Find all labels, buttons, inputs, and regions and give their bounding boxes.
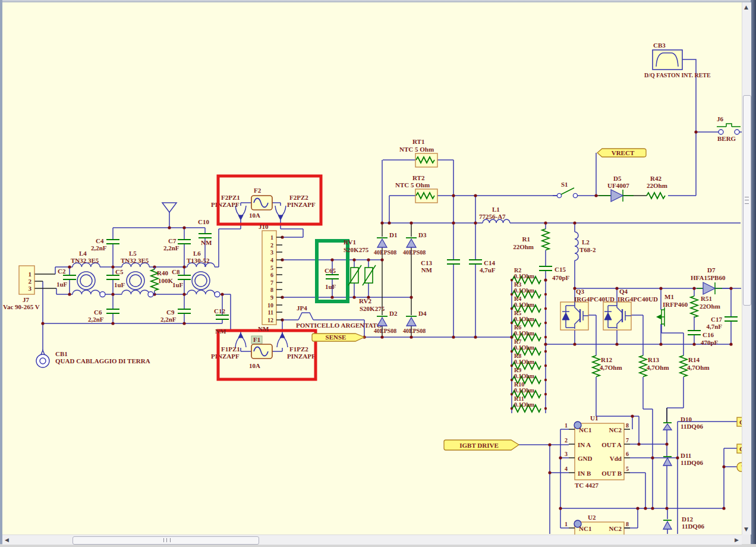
window-top-edge	[0, 0, 756, 2]
part-val: 2,2nF	[163, 244, 179, 252]
pin-number: 7	[626, 437, 629, 444]
part-val: TC 4427	[575, 482, 599, 489]
part-ref: C6	[94, 309, 102, 316]
part-val: NTC 5 Ohm	[395, 181, 430, 188]
part-ref: R42	[650, 175, 662, 182]
pin-label: OUT B	[601, 470, 622, 477]
scroll-thumb-grip-icon	[163, 538, 171, 542]
schematic-viewer-window: CB3 D/Q FASTON INT. RETE J6 BERG VRECT S…	[0, 0, 756, 547]
component-u1: U1 NC1 IN A GND IN B NC2 OUT A Vdd OUT B…	[565, 414, 630, 489]
part-ref: L4	[79, 250, 87, 257]
part-ref: U1	[590, 414, 598, 422]
pin-number: 12	[267, 317, 273, 323]
part-val: 0.1Ohm	[514, 287, 535, 294]
part-ref: D5	[613, 175, 622, 182]
part-val: 2,2nF	[91, 244, 107, 252]
part-ref: D2	[389, 310, 398, 317]
part-val: 0.1Ohm	[514, 373, 535, 379]
pin-label: NC2	[609, 426, 622, 433]
schematic-canvas[interactable]: CB3 D/Q FASTON INT. RETE J6 BERG VRECT S…	[0, 0, 756, 547]
net-flag-vrect: VRECT	[597, 149, 646, 157]
part-ref: S1	[561, 181, 568, 188]
part-ref: D4	[418, 310, 427, 317]
part-ref: Q3	[576, 288, 585, 295]
part-val: TN32 3E5	[121, 257, 149, 264]
part-val: 0.1Ohm	[514, 330, 535, 337]
horizontal-scrollbar-thumb[interactable]	[73, 536, 259, 545]
part-val: PINZAPF	[211, 353, 240, 360]
part-val: 0.1Ohm	[514, 273, 535, 279]
part-ref: R14	[688, 356, 700, 363]
horizontal-scrollbar[interactable]: ◀ ▶	[2, 535, 742, 545]
part-ref: R12	[601, 356, 612, 363]
part-desc: QUAD CABLAGGIO DI TERRA	[55, 357, 150, 364]
part-val: 40EPS08	[403, 328, 426, 334]
scroll-up-arrow-icon[interactable]: ▲	[744, 4, 748, 10]
part-ref: C17	[711, 316, 722, 323]
part-val: 0.1Ohm	[514, 301, 535, 308]
part-val: TN32 3E5	[71, 257, 99, 264]
vertical-scrollbar-thumb[interactable]	[743, 95, 751, 306]
window-left-edge	[0, 0, 2, 547]
pin-number: 2	[565, 437, 568, 444]
part-val: BERG	[717, 135, 736, 142]
part-val: 1uF	[172, 281, 184, 288]
pin-number: 3	[29, 285, 32, 292]
part-val: UF4007	[607, 182, 629, 189]
part-val: 4,7uF	[480, 266, 496, 274]
part-val: 1uF	[56, 281, 68, 288]
pin-label: NC1	[579, 426, 591, 433]
part-ref: C16	[703, 331, 714, 338]
part-val: NTC 5 Ohm	[399, 146, 434, 153]
part-ref: J10	[259, 223, 269, 230]
scroll-left-arrow-icon[interactable]: ◀	[5, 537, 9, 543]
pin-number: 11	[268, 309, 273, 316]
pin-number: 5	[626, 466, 629, 472]
part-ref: L2	[582, 238, 590, 246]
vertical-scrollbar[interactable]: ▲ ▼	[742, 2, 751, 535]
part-val: 4,7nF	[706, 323, 722, 330]
part-ref: C4	[96, 237, 104, 244]
pin-number: 1	[565, 422, 568, 429]
part-val: 4,7Ohm	[687, 364, 710, 371]
part-val: 4,7Ohm	[647, 364, 669, 371]
part-ref: D3	[418, 231, 427, 238]
scroll-right-arrow-icon[interactable]: ▶	[735, 537, 739, 543]
pin-label: GND	[578, 455, 593, 462]
part-val: IRFP460	[663, 301, 688, 308]
pin-number: 4	[565, 466, 568, 472]
part-ref: D12	[682, 515, 693, 523]
part-ref: L1	[492, 206, 500, 213]
part-val: 0.1Ohm	[514, 387, 535, 394]
part-ref: J6	[717, 115, 724, 122]
part-ref: F1PZ2	[289, 345, 308, 353]
pin-label: IN B	[578, 470, 591, 477]
scrollbar-corner	[742, 535, 751, 544]
pin-number: 3	[565, 451, 568, 457]
pin-number: 8	[270, 287, 273, 293]
part-val: 4,7Ohm	[600, 364, 622, 371]
part-ref: CB1	[55, 350, 68, 357]
pin-number: 10	[267, 302, 273, 309]
part-ref: C15	[555, 266, 566, 273]
part-ref: D1	[389, 231, 397, 238]
part-ref: C5	[115, 268, 124, 275]
part-val: 11DQ06	[681, 459, 703, 466]
part-val: 100K	[158, 277, 174, 284]
part-ref: F2PZ1	[221, 194, 240, 201]
scroll-down-arrow-icon[interactable]: ▼	[744, 526, 748, 532]
part-val: 10A	[249, 212, 260, 219]
part-ref: R51	[701, 295, 712, 302]
part-val: 40EPS08	[374, 249, 396, 256]
part-val: 11DQ06	[682, 523, 704, 530]
part-ref: CB3	[653, 42, 666, 49]
part-val: S20K275	[344, 246, 369, 253]
part-ref: JP4	[297, 304, 307, 312]
part-val: NM	[258, 325, 269, 332]
part-ref: F2	[254, 187, 262, 194]
part-ref: C10	[198, 218, 209, 225]
pin-number: 6	[626, 451, 629, 457]
part-val: PINZAPF	[287, 201, 316, 208]
part-ref: C2	[58, 268, 66, 275]
part-ref: D11	[681, 452, 691, 459]
